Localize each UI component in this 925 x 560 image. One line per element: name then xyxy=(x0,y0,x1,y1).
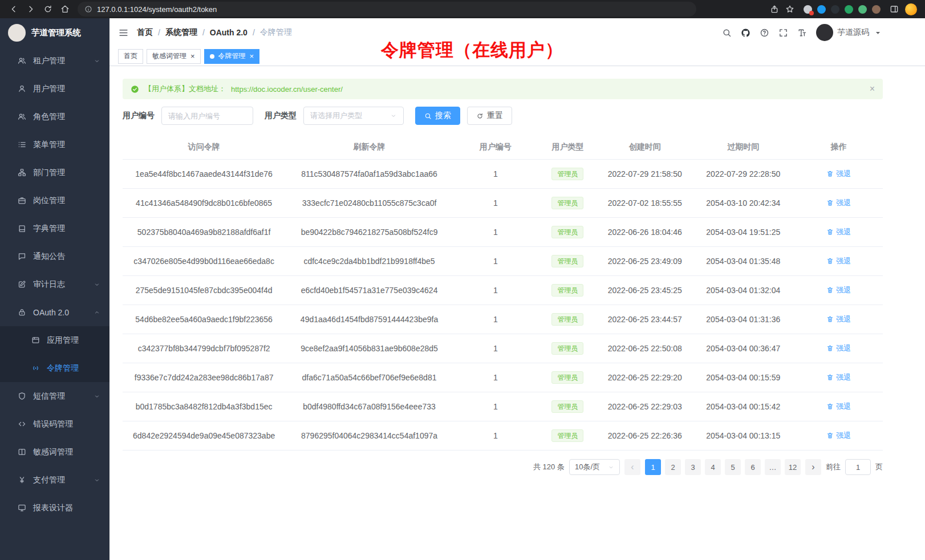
goto-page-input[interactable] xyxy=(845,459,871,475)
search-button[interactable]: 搜索 xyxy=(415,107,460,125)
sidebar-item[interactable]: 字典管理 xyxy=(0,214,109,242)
force-logout-button[interactable]: 强退 xyxy=(826,401,851,412)
sidebar-item[interactable]: 应用管理 xyxy=(0,326,109,354)
force-logout-button[interactable]: 强退 xyxy=(826,343,851,354)
sidebar-item[interactable]: 敏感词管理 xyxy=(0,438,109,466)
app-header: 首页/系统管理/OAuth 2.0/令牌管理 芋道源码 xyxy=(109,18,925,47)
sidebar-item[interactable]: 部门管理 xyxy=(0,159,109,186)
force-logout-button[interactable]: 强退 xyxy=(826,285,851,295)
sidebar-item[interactable]: 报表设计器 xyxy=(0,494,109,522)
sidebar-item[interactable]: 租户管理 xyxy=(0,47,109,75)
user-type-cell: 管理员 xyxy=(538,305,598,334)
force-logout-button[interactable]: 强退 xyxy=(826,198,851,208)
page-button[interactable]: 3 xyxy=(685,459,701,475)
access-token-cell: 502375b8040a469a9b82188afdf6af1f xyxy=(123,218,285,247)
sidebar-item[interactable]: 短信管理 xyxy=(0,382,109,410)
sidebar-toggle-icon[interactable] xyxy=(890,5,899,14)
tab-label: 敏感词管理 xyxy=(152,51,186,61)
search-icon[interactable] xyxy=(722,28,732,38)
sidebar-item[interactable]: 通知公告 xyxy=(0,242,109,270)
force-logout-button[interactable]: 强退 xyxy=(826,372,851,383)
close-tab-icon[interactable]: × xyxy=(250,52,254,60)
github-icon[interactable] xyxy=(741,28,750,38)
created-time-cell: 2022-06-26 18:04:46 xyxy=(598,218,692,247)
breadcrumb-separator: / xyxy=(253,28,255,37)
extension-icon[interactable] xyxy=(845,5,853,14)
breadcrumb-item[interactable]: OAuth 2.0 xyxy=(210,28,248,37)
page-button[interactable]: 5 xyxy=(725,459,741,475)
breadcrumb-item[interactable]: 系统管理 xyxy=(165,27,197,38)
user-id-input[interactable] xyxy=(161,107,253,125)
sidebar-item[interactable]: 岗位管理 xyxy=(0,186,109,214)
user-id-cell: 1 xyxy=(453,160,538,189)
force-logout-button[interactable]: 强退 xyxy=(826,227,851,237)
sidebar-item-label: 部门管理 xyxy=(33,168,100,178)
page-button[interactable]: 12 xyxy=(785,459,801,475)
address-bar[interactable]: 127.0.0.1:1024/system/oauth2/token xyxy=(78,2,696,17)
browser-profile-avatar[interactable] xyxy=(905,3,917,15)
next-page-button[interactable]: › xyxy=(805,459,821,475)
extension-icon[interactable] xyxy=(804,5,812,14)
page-button[interactable]: 2 xyxy=(665,459,681,475)
share-icon[interactable] xyxy=(770,5,779,14)
column-header: 访问令牌 xyxy=(123,135,285,160)
trash-icon xyxy=(826,344,834,352)
collapse-sidebar-button[interactable] xyxy=(118,27,129,38)
sidebar-item[interactable]: 菜单管理 xyxy=(0,131,109,159)
page-button[interactable]: 4 xyxy=(705,459,721,475)
reload-button[interactable] xyxy=(40,2,56,17)
sidebar-item[interactable]: 错误码管理 xyxy=(0,410,109,438)
site-info-icon[interactable] xyxy=(84,5,92,13)
force-logout-button[interactable]: 强退 xyxy=(826,256,851,266)
breadcrumb-item[interactable]: 首页 xyxy=(137,27,153,38)
user-type-tag: 管理员 xyxy=(551,226,583,238)
extension-icon[interactable] xyxy=(858,5,867,14)
user-type-select[interactable]: 请选择用户类型 xyxy=(303,107,404,125)
extension-icon[interactable] xyxy=(872,5,881,14)
font-size-icon[interactable] xyxy=(797,28,807,38)
force-logout-button[interactable]: 强退 xyxy=(826,431,851,441)
app-logo[interactable]: 芋道管理系统 xyxy=(0,18,109,47)
alert-close-icon[interactable]: × xyxy=(870,84,875,94)
sidebar-item[interactable]: 用户管理 xyxy=(0,75,109,103)
close-tab-icon[interactable]: × xyxy=(190,52,195,60)
table-row: 6d842e2924594de9a09e45e087323abe8796295f… xyxy=(123,421,883,451)
user-dropdown[interactable]: 芋道源码 xyxy=(816,24,883,41)
sidebar-item[interactable]: 角色管理 xyxy=(0,103,109,131)
tab[interactable]: 首页 xyxy=(118,49,143,64)
tab[interactable]: 敏感词管理× xyxy=(147,49,201,64)
column-header: 用户编号 xyxy=(453,135,538,160)
home-button[interactable] xyxy=(57,2,73,17)
force-logout-label: 强退 xyxy=(836,285,851,295)
sidebar-item[interactable]: 支付管理 xyxy=(0,466,109,494)
force-logout-button[interactable]: 强退 xyxy=(826,169,851,179)
extension-icon[interactable] xyxy=(831,5,839,14)
more-pages-button[interactable]: … xyxy=(765,459,781,475)
app-title: 芋道管理系统 xyxy=(31,27,81,38)
page-button[interactable]: 1 xyxy=(645,459,661,475)
sidebar-item-label: 通知公告 xyxy=(33,251,100,262)
tab[interactable]: 令牌管理× xyxy=(204,49,260,64)
page-size-select[interactable]: 10条/页 xyxy=(569,459,620,475)
force-logout-button[interactable]: 强退 xyxy=(826,314,851,324)
sidebar-item-label: 岗位管理 xyxy=(33,196,100,206)
access-token-cell: b0d1785bc3a8482f812db4a3f3bd15ec xyxy=(123,392,285,421)
bookmark-star-icon[interactable] xyxy=(785,5,794,14)
reset-button[interactable]: 重置 xyxy=(467,107,512,125)
sidebar-submenu: 应用管理令牌管理 xyxy=(0,326,109,382)
help-icon[interactable] xyxy=(760,28,769,38)
force-logout-label: 强退 xyxy=(836,198,851,208)
app-window: 芋道管理系统 租户管理用户管理角色管理菜单管理部门管理岗位管理字典管理通知公告审… xyxy=(0,18,925,560)
prev-page-button[interactable]: ‹ xyxy=(624,459,640,475)
sidebar-item[interactable]: 令牌管理 xyxy=(0,354,109,382)
sidebar-item[interactable]: 审计日志 xyxy=(0,270,109,298)
sidebar-item[interactable]: OAuth 2.0 xyxy=(0,298,109,326)
forward-button[interactable] xyxy=(23,2,39,17)
user-id-cell: 1 xyxy=(453,218,538,247)
extension-icon[interactable] xyxy=(817,5,826,14)
page-button[interactable]: 6 xyxy=(745,459,761,475)
expire-time-cell: 2022-07-29 22:28:50 xyxy=(692,160,794,189)
back-button[interactable] xyxy=(6,2,22,17)
doc-link[interactable]: https://doc.iocoder.cn/user-center/ xyxy=(231,85,343,94)
fullscreen-icon[interactable] xyxy=(778,28,788,38)
